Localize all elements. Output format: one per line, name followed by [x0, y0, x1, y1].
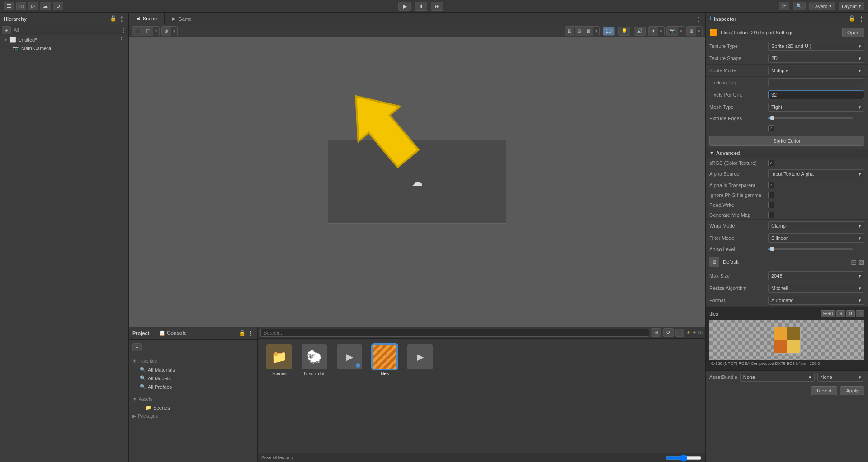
asset-view-button[interactable]: ⊞: [651, 328, 661, 337]
grid-settings-button[interactable]: ⊞: [687, 27, 696, 36]
shaded-mode-button[interactable]: ⬛: [132, 27, 143, 36]
view-mode-arrow[interactable]: ▾: [153, 29, 159, 33]
generate-physics-checkbox[interactable]: [768, 125, 774, 131]
wireframe-button[interactable]: ◫: [143, 27, 153, 36]
wrap-mode-dropdown[interactable]: Clamp ▾: [768, 221, 864, 230]
alpha-transparent-checkbox[interactable]: [768, 182, 774, 188]
2d-mode-button[interactable]: 2D: [603, 27, 615, 36]
asset-filter-button[interactable]: ≡: [675, 329, 684, 337]
tiles-asset[interactable]: tiles: [369, 344, 401, 376]
undo-button[interactable]: ◁: [16, 2, 26, 10]
scene-more-icon[interactable]: ⋮: [118, 36, 125, 43]
apply-button[interactable]: Apply: [840, 386, 864, 395]
cloud-button[interactable]: ☁: [40, 2, 51, 10]
effect-arrow[interactable]: ▾: [658, 29, 664, 33]
add-hierarchy-button[interactable]: +: [2, 26, 11, 34]
g-button[interactable]: G: [846, 310, 855, 317]
filter-mode-dropdown[interactable]: Bilinear ▾: [768, 233, 864, 243]
sprite-mode-dropdown[interactable]: Multiple ▾: [768, 66, 864, 75]
packing-tag-input[interactable]: [768, 78, 864, 87]
grid-settings-arrow[interactable]: ▾: [696, 29, 702, 33]
gizmo-button[interactable]: ⊕: [162, 27, 171, 36]
camera-select-button[interactable]: 📷: [667, 27, 678, 36]
effect-button[interactable]: ✦: [649, 27, 658, 36]
inspector-lock-icon[interactable]: 🔓: [849, 15, 855, 23]
advanced-section-header[interactable]: ▼ Advanced: [706, 149, 868, 158]
assets-tree-header[interactable]: ▼ Assets: [129, 395, 257, 403]
texture-shape-dropdown[interactable]: 2D ▾: [768, 54, 864, 63]
favorites-header[interactable]: ★ Favorites: [129, 357, 257, 365]
gizmo-arrow[interactable]: ▾: [171, 29, 177, 33]
ignore-png-checkbox[interactable]: [768, 192, 774, 198]
r-button[interactable]: R: [836, 310, 845, 317]
b-button[interactable]: B: [856, 310, 864, 317]
pause-button[interactable]: ⏸: [415, 2, 427, 11]
layers-dropdown[interactable]: Layers ▾: [809, 2, 835, 10]
game-tab[interactable]: ▶ Game: [165, 13, 199, 25]
pixels-per-unit-input[interactable]: [768, 90, 864, 99]
transform-button[interactable]: ⊞: [565, 27, 574, 36]
sprite-editor-button[interactable]: Sprite Editor: [709, 136, 864, 146]
audio-button[interactable]: 🔊: [634, 27, 646, 36]
hierarchy-options-icon[interactable]: ⋮: [120, 27, 127, 34]
grid-button[interactable]: ⊠: [584, 27, 593, 36]
texture-type-dropdown[interactable]: Sprite (2D and UI) ▾: [768, 42, 864, 51]
step-button[interactable]: ⏭: [431, 2, 443, 11]
history-button[interactable]: ⟳: [779, 2, 789, 10]
platform-monitor-icon[interactable]: ⊞: [851, 258, 857, 266]
layout-arrow[interactable]: ▾: [594, 29, 599, 33]
hitsuji-asset[interactable]: 🐑 hitsuji_dot: [298, 344, 330, 376]
search-button[interactable]: 🔍: [793, 2, 806, 10]
alpha-source-dropdown[interactable]: Input Texture Alpha ▾: [768, 169, 864, 178]
asset-search-input[interactable]: [260, 329, 649, 337]
inspector-panel: ℹ Inspector 🔓 ⋮ 🟧 Tiles (Texture 2D) Imp…: [705, 13, 868, 462]
srgb-checkbox[interactable]: [768, 160, 774, 166]
light-button[interactable]: 💡: [618, 27, 630, 36]
resize-dropdown[interactable]: Mitchell ▾: [768, 284, 864, 293]
video-asset[interactable]: ▶: [334, 344, 365, 376]
layout-dropdown[interactable]: Layout ▾: [839, 2, 864, 10]
add-asset-button[interactable]: +: [132, 343, 142, 351]
scenes-asset[interactable]: 📁 Scenes: [263, 344, 295, 376]
generate-mip-label: Generate Mip Map: [709, 212, 768, 218]
scene-options-icon[interactable]: ⋮: [695, 15, 702, 23]
all-prefabs-item[interactable]: 🔍 All Prefabs: [129, 383, 257, 391]
rgb-button[interactable]: RGB: [821, 310, 836, 317]
project-lock-icon[interactable]: 🔓: [239, 330, 245, 337]
star-filter-icon[interactable]: ★: [686, 330, 691, 336]
open-button[interactable]: Open: [842, 28, 864, 37]
scenes-folder-item[interactable]: 📁 Scenes: [129, 403, 257, 412]
max-size-dropdown[interactable]: 2048 ▾: [768, 271, 864, 280]
aniso-slider-thumb[interactable]: [770, 247, 774, 251]
project-more-icon[interactable]: ⋮: [247, 330, 254, 337]
camera-arrow[interactable]: ▾: [678, 29, 684, 33]
asset-bundle-variant-dropdown[interactable]: None ▾: [817, 373, 864, 382]
format-dropdown[interactable]: Automatic ▾: [768, 296, 864, 305]
hierarchy-lock-icon[interactable]: 🔓: [110, 15, 117, 23]
scene-root-item[interactable]: ▼ ⬜ Untitled* ⋮: [0, 35, 128, 44]
main-camera-item[interactable]: 📷 Main Camera: [0, 44, 128, 52]
console-tab[interactable]: 📋 Console: [159, 330, 186, 336]
hierarchy-more-icon[interactable]: ⋮: [118, 15, 125, 23]
revert-button[interactable]: Revert: [811, 386, 837, 395]
all-models-item[interactable]: 🔍 All Models: [129, 374, 257, 383]
all-materials-item[interactable]: 🔍 All Materials: [129, 365, 257, 374]
video2-asset-icon: ▶: [407, 344, 433, 369]
video2-asset[interactable]: ▶: [404, 344, 436, 376]
play-button[interactable]: ▶: [398, 2, 411, 11]
asset-sync-button[interactable]: ⟳: [663, 328, 674, 337]
redo-button[interactable]: ▷: [28, 2, 38, 10]
mesh-type-dropdown[interactable]: Tight ▾: [768, 103, 864, 112]
platform-grid-icon[interactable]: ⊠: [859, 258, 864, 266]
vertex-snap-button[interactable]: ⊟: [575, 27, 584, 36]
collab-button[interactable]: ⊕: [53, 2, 63, 10]
asset-bundle-dropdown[interactable]: None ▾: [740, 373, 815, 382]
packages-header[interactable]: ▶ Packages: [129, 412, 257, 420]
extrude-slider-thumb[interactable]: [770, 116, 774, 120]
scene-tab[interactable]: ⊞ Scene: [129, 13, 165, 25]
zoom-slider[interactable]: [665, 454, 702, 462]
read-write-checkbox[interactable]: [768, 202, 774, 208]
generate-mip-checkbox[interactable]: [768, 212, 774, 218]
inspector-more-icon[interactable]: ⋮: [858, 15, 864, 23]
menu-button[interactable]: ☰: [4, 2, 14, 10]
